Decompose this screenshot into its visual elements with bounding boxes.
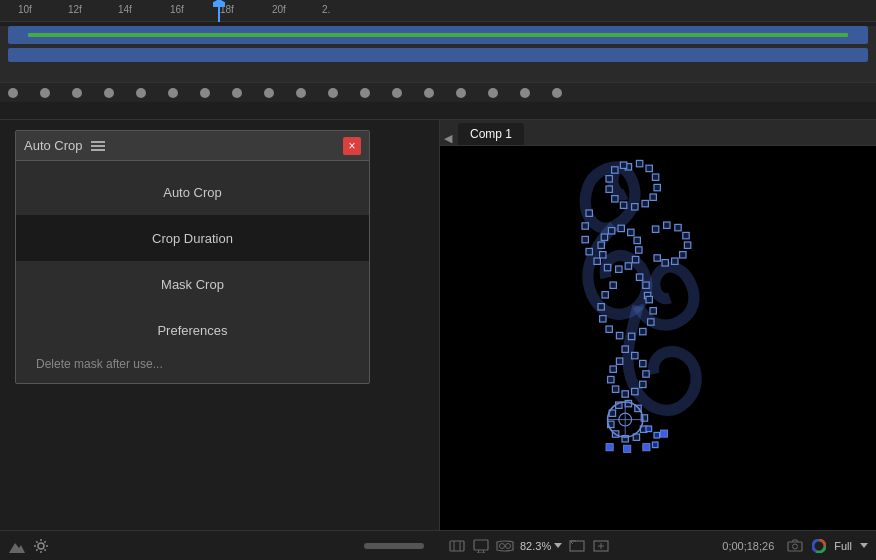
playhead [218, 0, 220, 22]
viewer-icon-frame2[interactable] [592, 537, 610, 555]
svg-rect-43 [643, 282, 649, 288]
svg-rect-15 [620, 162, 626, 168]
popup-dialog: Auto Crop × Auto Crop Crop Duration [15, 130, 370, 384]
keyframe-dot [296, 88, 306, 98]
colorwheel-svg [812, 539, 826, 553]
svg-rect-85 [624, 445, 631, 452]
svg-rect-78 [654, 432, 660, 438]
viewer-bottom-bar: 82.3% 0;00;18;26 [440, 530, 876, 560]
left-panel-bottom-bar [0, 530, 440, 560]
settings-svg [33, 538, 49, 554]
svg-rect-34 [664, 222, 670, 228]
menu-item-crop-duration[interactable]: Crop Duration [16, 215, 369, 261]
svg-rect-60 [640, 381, 646, 387]
ruler-tick-10f: 10f [18, 4, 32, 15]
viewer-icon-monitor[interactable] [472, 537, 490, 555]
svg-rect-19 [586, 248, 592, 254]
mountain-svg [9, 539, 25, 553]
viewer-tab-label: Comp 1 [470, 127, 512, 141]
popup-menu-icon[interactable] [91, 141, 105, 151]
menu-item-auto-crop[interactable]: Auto Crop [16, 169, 369, 215]
left-panel: Auto Crop × Auto Crop Crop Duration [0, 120, 440, 560]
viewer-back-icon[interactable]: ◀ [444, 132, 452, 145]
menu-item-mask-crop[interactable]: Mask Crop [16, 261, 369, 307]
keyframe-dot [456, 88, 466, 98]
svg-rect-101 [788, 542, 802, 551]
svg-rect-38 [680, 252, 686, 258]
popup-close-button[interactable]: × [343, 137, 361, 155]
viewer-icon-left1[interactable] [448, 537, 466, 555]
zoom-chevron [554, 543, 562, 548]
svg-rect-3 [636, 160, 642, 166]
monitor-svg [473, 539, 489, 553]
popup-body: Auto Crop Crop Duration Mask Crop Prefer… [16, 161, 369, 383]
keyframe-dot [136, 88, 146, 98]
menu-item-crop-duration-label: Crop Duration [152, 231, 233, 246]
svg-rect-48 [600, 316, 606, 322]
svg-rect-41 [654, 255, 660, 261]
menu-item-auto-crop-label: Auto Crop [163, 185, 222, 200]
popup-title: Auto Crop [24, 138, 83, 153]
svg-rect-30 [601, 234, 607, 240]
preview-icon[interactable] [8, 537, 26, 555]
svg-rect-18 [582, 236, 588, 242]
svg-rect-16 [586, 210, 592, 216]
keyframe-dot [488, 88, 498, 98]
svg-rect-66 [616, 358, 622, 364]
settings-icon[interactable] [32, 537, 50, 555]
svg-rect-87 [660, 430, 667, 437]
comp-visual [558, 146, 758, 530]
svg-rect-56 [622, 346, 628, 352]
viewer-tab-comp1[interactable]: Comp 1 [458, 123, 524, 145]
ruler-tick-14f: 14f [118, 4, 132, 15]
svg-rect-8 [642, 200, 648, 206]
viewer-icon-vr[interactable] [496, 537, 514, 555]
frame-svg [569, 539, 585, 553]
quality-chevron[interactable] [860, 543, 868, 548]
menu-line-2 [91, 145, 105, 147]
viewer-icon-frame1[interactable] [568, 537, 586, 555]
svg-point-96 [506, 543, 511, 548]
right-viewer: ◀ Comp 1 [440, 120, 876, 560]
svg-rect-40 [662, 260, 668, 266]
menu-item-preferences[interactable]: Preferences [16, 307, 369, 353]
popup-title-area: Auto Crop [24, 138, 105, 153]
svg-rect-33 [652, 226, 658, 232]
vr-svg [496, 540, 514, 552]
keyframe-dot [552, 88, 562, 98]
svg-rect-23 [625, 263, 631, 269]
scroll-thumb[interactable] [364, 543, 424, 549]
svg-rect-22 [616, 266, 622, 272]
keyframe-dot [104, 88, 114, 98]
keyframe-dot [40, 88, 50, 98]
svg-rect-29 [608, 228, 614, 234]
keyframe-dot [72, 88, 82, 98]
keyframe-row [0, 82, 876, 102]
svg-rect-52 [640, 328, 646, 334]
svg-rect-39 [672, 258, 678, 264]
popup-header: Auto Crop × [16, 131, 369, 161]
svg-rect-27 [628, 229, 634, 235]
ruler-tick-2s: 2. [322, 4, 330, 15]
menu-line-3 [91, 149, 105, 151]
svg-rect-63 [612, 386, 618, 392]
keyframe-dot [200, 88, 210, 98]
svg-rect-24 [632, 256, 638, 262]
svg-point-95 [500, 543, 505, 548]
svg-rect-28 [618, 225, 624, 231]
track-bar-1 [8, 26, 868, 44]
zoom-control[interactable]: 82.3% [520, 540, 562, 552]
svg-rect-54 [650, 308, 656, 314]
svg-point-1 [38, 543, 44, 549]
svg-rect-84 [606, 444, 613, 451]
svg-rect-11 [612, 196, 618, 202]
color-wheel-icon[interactable] [810, 537, 828, 555]
svg-rect-64 [608, 376, 614, 382]
svg-rect-49 [606, 326, 612, 332]
svg-rect-86 [643, 444, 650, 451]
svg-rect-26 [634, 237, 640, 243]
keyframe-dot [264, 88, 274, 98]
svg-rect-62 [622, 391, 628, 397]
svg-rect-59 [643, 371, 649, 377]
camera-icon[interactable] [786, 537, 804, 555]
